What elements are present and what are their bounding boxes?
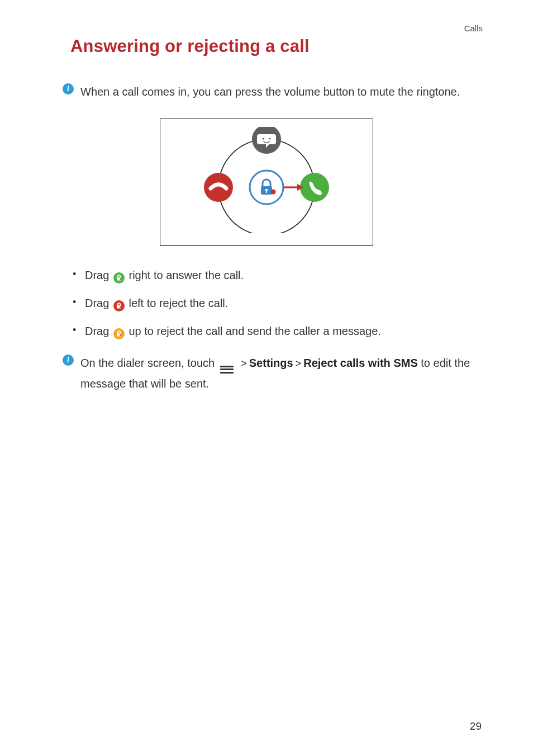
page-title: Answering or rejecting a call [70, 36, 483, 56]
text-pre: Drag [85, 325, 112, 337]
text-post: right to answer the call. [129, 269, 244, 281]
instruction-item-reject: Drag left to reject the call. [69, 294, 483, 312]
menu-icon [220, 365, 234, 374]
text-pre: Drag [85, 269, 112, 281]
info-text-1: When a call comes in, you can press the … [80, 82, 460, 102]
svg-point-17 [120, 306, 121, 308]
svg-point-19 [120, 334, 121, 336]
lock-icon-orange [113, 328, 125, 339]
call-swipe-illustration [184, 127, 349, 233]
reject-sms-label: Reject calls with SMS [303, 357, 418, 369]
svg-point-11 [271, 190, 276, 195]
svg-point-3 [262, 138, 264, 139]
svg-point-15 [120, 278, 121, 280]
figure-container [50, 119, 483, 246]
page: Calls Answering or rejecting a call i Wh… [0, 0, 533, 756]
instruction-list: Drag right to answer the call. Drag left… [69, 266, 483, 340]
info-text-2: On the dialer screen, touch > Settings >… [80, 353, 483, 394]
text-pre: Drag [85, 297, 112, 309]
info-icon: i [63, 355, 74, 366]
info-icon-wrap: i [63, 83, 74, 94]
svg-point-4 [269, 138, 270, 139]
section-header: Calls [50, 23, 483, 33]
t2-pre: On the dialer screen, touch [80, 357, 218, 369]
instruction-item-answer: Drag right to answer the call. [69, 266, 483, 284]
page-number: 29 [470, 720, 482, 733]
lock-icon-green [113, 272, 125, 284]
info-icon: i [63, 83, 74, 94]
call-swipe-figure [160, 119, 373, 246]
lock-icon-red [113, 300, 125, 311]
separator-2: > [296, 355, 302, 373]
separator-1: > [241, 355, 247, 373]
instruction-item-reject-sms: Drag up to reject the call and send the … [69, 322, 483, 340]
text-post: left to reject the call. [129, 297, 228, 309]
info-callout-2: i On the dialer screen, touch > Settings… [63, 353, 483, 394]
settings-label: Settings [249, 357, 293, 369]
info-icon-wrap-2: i [63, 355, 74, 366]
svg-point-5 [204, 173, 233, 202]
text-post: up to reject the call and send the calle… [129, 325, 380, 337]
svg-rect-10 [266, 190, 267, 193]
info-callout-1: i When a call comes in, you can press th… [63, 82, 483, 102]
